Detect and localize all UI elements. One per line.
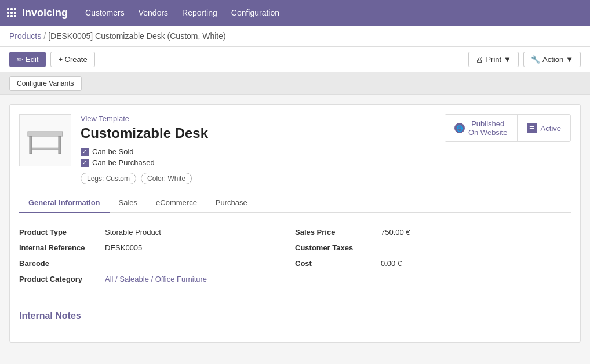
variant-tag-legs[interactable]: Legs: Custom [81,173,136,184]
breadcrumb: Products / [DESK0005] Customizable Desk … [0,26,590,47]
action-chevron-icon: ▼ [566,55,573,64]
svg-rect-1 [30,136,32,154]
field-product-type: Product Type Storable Product [19,224,295,240]
active-status-button[interactable]: ☰ Active [518,115,570,141]
field-barcode: Barcode [19,256,295,271]
configure-variants-button[interactable]: Configure Variants [9,76,82,91]
field-sales-price-value: 750.00 € [381,228,410,236]
fields-col-right: Sales Price 750.00 € Customer Taxes Cost… [295,224,571,287]
variant-tags: Legs: Custom Color: White [81,173,571,184]
variant-tag-color[interactable]: Color: White [141,173,192,184]
field-cost-value: 0.00 € [381,259,402,268]
product-category-link[interactable]: All / Saleable / Office Furniture [105,275,207,283]
field-internal-reference-value: DESK0005 [105,243,142,252]
edit-button[interactable]: ✏ Edit [9,52,46,67]
navbar: Invoicing Customers Vendors Reporting Co… [0,0,590,26]
field-cost: Cost 0.00 € [295,256,571,271]
field-internal-reference-label: Internal Reference [19,243,100,252]
internal-notes-title: Internal Notes [19,311,571,321]
field-barcode-label: Barcode [19,259,100,268]
field-product-category: Product Category All / Saleable / Office… [19,271,295,287]
can-be-purchased-label: Can be Purchased [92,158,155,167]
status-bar: 🌐 PublishedOn Website ☰ Active [445,114,571,142]
internal-notes: Internal Notes [19,301,571,321]
field-sales-price: Sales Price 750.00 € [295,224,571,240]
product-image[interactable] [19,114,71,166]
field-internal-reference: Internal Reference DESK0005 [19,240,295,256]
field-product-type-label: Product Type [19,228,100,236]
create-button[interactable]: + Create [50,52,94,67]
field-product-type-value: Storable Product [105,228,161,236]
field-customer-taxes: Customer Taxes [295,240,571,256]
tab-ecommerce[interactable]: eCommerce [147,194,206,213]
product-image-svg [25,120,65,161]
field-cost-label: Cost [295,259,376,268]
app-name: Invoicing [22,7,68,19]
menu-configuration[interactable]: Configuration [231,8,279,17]
fields-col-left: Product Type Storable Product Internal R… [19,224,295,287]
field-product-category-value: All / Saleable / Office Furniture [105,275,207,283]
field-product-category-label: Product Category [19,275,100,283]
can-be-purchased-row: ✓ Can be Purchased [81,158,571,167]
checkboxes: ✓ Can be Sold ✓ Can be Purchased [81,147,571,167]
breadcrumb-separator: / [43,31,46,41]
svg-rect-2 [59,136,61,154]
breadcrumb-parent[interactable]: Products [9,31,41,41]
active-label: Active [541,124,561,133]
toolbar-left: ✏ Edit + Create [9,52,95,67]
published-label: PublishedOn Website [468,119,508,137]
can-be-sold-checkbox[interactable]: ✓ [81,148,89,156]
action-icon: 🔧 [531,55,540,64]
sub-toolbar: Configure Variants [0,72,590,95]
svg-rect-3 [32,148,59,150]
print-icon: 🖨 [476,55,483,64]
can-be-purchased-checkbox[interactable]: ✓ [81,159,89,167]
menu-vendors[interactable]: Vendors [139,8,168,17]
edit-icon: ✏ [17,55,23,64]
print-button[interactable]: 🖨 Print ▼ [468,52,519,67]
field-sales-price-label: Sales Price [295,228,376,236]
action-button[interactable]: 🔧 Action ▼ [523,52,581,67]
menu-reporting[interactable]: Reporting [182,8,217,17]
toolbar: ✏ Edit + Create 🖨 Print ▼ 🔧 Action ▼ [0,47,590,72]
main-menu: Customers Vendors Reporting Configuratio… [85,8,279,17]
toolbar-right: 🖨 Print ▼ 🔧 Action ▼ [468,52,581,67]
fields-grid: Product Type Storable Product Internal R… [19,224,571,287]
menu-customers[interactable]: Customers [85,8,125,17]
breadcrumb-current: [DESK0005] Customizable Desk (Custom, Wh… [48,31,226,41]
svg-rect-0 [28,132,63,136]
published-status-button[interactable]: 🌐 PublishedOn Website [445,115,518,141]
print-chevron-icon: ▼ [504,55,511,64]
globe-icon: 🌐 [454,123,465,133]
view-template-link[interactable]: View Template [81,114,129,123]
product-card: 🌐 PublishedOn Website ☰ Active [9,104,581,343]
grid-icon [7,8,16,17]
tabs: General Information Sales eCommerce Purc… [19,194,571,213]
tab-purchase[interactable]: Purchase [206,194,257,213]
field-customer-taxes-label: Customer Taxes [295,243,376,252]
tab-content-general: Product Type Storable Product Internal R… [19,213,571,333]
app-brand[interactable]: Invoicing [7,7,68,19]
tab-sales[interactable]: Sales [110,194,147,213]
toggle-icon: ☰ [527,123,537,133]
can-be-sold-row: ✓ Can be Sold [81,147,571,156]
main-content: 🌐 PublishedOn Website ☰ Active [0,95,590,352]
tab-general-information[interactable]: General Information [19,194,110,213]
can-be-sold-label: Can be Sold [92,147,134,156]
